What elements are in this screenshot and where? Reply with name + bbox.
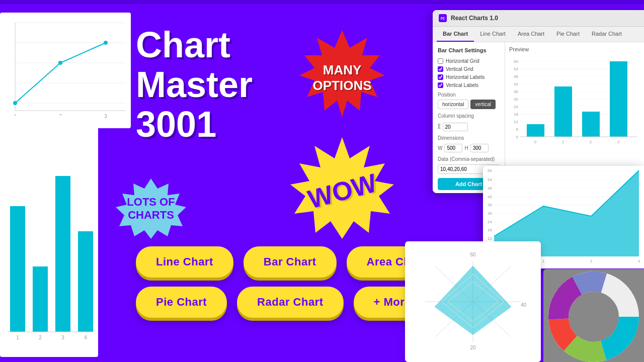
tab-line-chart[interactable]: Line Chart xyxy=(474,27,512,42)
svg-point-8 xyxy=(58,61,62,65)
svg-point-9 xyxy=(104,41,108,45)
svg-text:0: 0 xyxy=(534,140,537,144)
horizontal-labels-checkbox[interactable] xyxy=(438,74,443,80)
svg-text:12: 12 xyxy=(514,120,518,124)
bar-chart-preview-bg: 1 2 3 4 xyxy=(0,116,98,357)
svg-text:3: 3 xyxy=(104,114,107,119)
position-label: Position xyxy=(438,92,500,98)
svg-text:42: 42 xyxy=(488,195,492,199)
svg-point-99 xyxy=(571,294,616,339)
svg-text:20: 20 xyxy=(470,345,476,350)
svg-rect-47 xyxy=(527,124,544,137)
svg-text:4: 4 xyxy=(84,335,87,340)
vertical-labels-label: Vertical Labels xyxy=(446,82,478,88)
many-options-text: MANY OPTIONS xyxy=(292,62,392,94)
svg-text:3: 3 xyxy=(638,259,640,263)
many-options-badge: MANY OPTIONS xyxy=(292,28,392,128)
svg-text:60: 60 xyxy=(470,252,476,257)
lots-of-charts-text: LOTS OFCHARTS xyxy=(127,196,175,222)
svg-text:30: 30 xyxy=(488,211,492,216)
svg-text:2: 2 xyxy=(39,335,42,340)
svg-text:60: 60 xyxy=(488,168,492,173)
svg-text:54: 54 xyxy=(514,67,518,71)
horizontal-grid-checkbox[interactable] xyxy=(438,58,443,64)
svg-rect-49 xyxy=(582,112,600,137)
svg-text:24: 24 xyxy=(514,105,518,109)
tab-pie-chart[interactable]: Pie Chart xyxy=(550,27,586,42)
top-bar xyxy=(0,0,644,4)
svg-rect-15 xyxy=(55,176,70,332)
svg-rect-14 xyxy=(33,266,48,332)
svg-text:2: 2 xyxy=(590,140,592,144)
svg-text:0: 0 xyxy=(516,135,519,139)
data-label: Data (Comma-separated) xyxy=(438,156,500,162)
svg-text:1: 1 xyxy=(16,335,19,340)
checkbox-horizontal-labels: Horizontal Labels xyxy=(438,74,500,80)
svg-text:18: 18 xyxy=(488,228,492,232)
vertical-grid-checkbox[interactable] xyxy=(438,66,443,72)
svg-text:60: 60 xyxy=(514,59,518,64)
radar-chart-window: 60 40 20 xyxy=(405,241,541,362)
donut-chart-window xyxy=(543,269,644,362)
svg-text:18: 18 xyxy=(514,112,518,117)
vertical-grid-label: Vertical Grid xyxy=(446,66,473,72)
tab-bar-chart[interactable]: Bar Chart xyxy=(437,27,474,42)
svg-rect-50 xyxy=(610,61,627,137)
horizontal-pos-btn[interactable]: horizontal xyxy=(438,100,468,109)
checkbox-vertical-grid: Vertical Grid xyxy=(438,66,500,72)
horizontal-labels-label: Horizontal Labels xyxy=(446,74,485,80)
checkbox-horizontal-grid: Horizontal Grid xyxy=(438,58,500,64)
bar-chart-button[interactable]: Bar Chart xyxy=(244,246,337,278)
dimensions-control: W H xyxy=(438,144,500,152)
svg-text:48: 48 xyxy=(514,74,518,79)
radar-chart-button[interactable]: Radar Chart xyxy=(237,287,343,318)
line-chart-preview-bg: 1 2 3 xyxy=(0,13,131,128)
col-spacing-decrement: ][ xyxy=(438,123,441,129)
column-spacing-input[interactable] xyxy=(443,123,468,131)
svg-text:2: 2 xyxy=(590,259,593,263)
svg-text:36: 36 xyxy=(488,203,492,207)
vertical-labels-checkbox[interactable] xyxy=(438,82,443,88)
svg-text:12: 12 xyxy=(488,236,492,241)
svg-text:6: 6 xyxy=(516,127,519,132)
lots-of-charts-badge: LOTS OFCHARTS xyxy=(103,176,199,241)
svg-text:3: 3 xyxy=(61,335,64,340)
preview-bar-chart: 60 54 48 42 36 30 24 18 12 6 0 xyxy=(509,55,640,151)
settings-title: Bar Chart Settings xyxy=(438,47,500,53)
svg-text:3: 3 xyxy=(617,140,620,144)
svg-marker-90 xyxy=(435,266,511,334)
width-label: W xyxy=(438,145,442,151)
app-tabs: Bar Chart Line Chart Area Chart Pie Char… xyxy=(433,27,644,42)
svg-text:24: 24 xyxy=(488,220,492,224)
line-chart-button[interactable]: Line Chart xyxy=(136,246,233,278)
main-title: Chart Master 3001 xyxy=(136,25,253,145)
svg-text:42: 42 xyxy=(514,82,518,86)
svg-text:30: 30 xyxy=(514,97,518,102)
svg-text:36: 36 xyxy=(514,89,518,94)
tab-radar-chart[interactable]: Radar Chart xyxy=(586,27,628,42)
col-spacing-label: Column spacing xyxy=(438,113,500,119)
width-input[interactable] xyxy=(444,144,462,152)
svg-rect-48 xyxy=(554,86,572,137)
preview-label: Preview xyxy=(509,46,640,52)
height-label: H xyxy=(464,145,468,151)
height-input[interactable] xyxy=(470,144,489,152)
app-titlebar: rc React Charts 1.0 xyxy=(433,10,644,27)
wow-badge: WOW xyxy=(284,133,400,249)
svg-text:54: 54 xyxy=(488,177,492,182)
tab-area-chart[interactable]: Area Chart xyxy=(512,27,550,42)
svg-rect-13 xyxy=(10,206,25,332)
horizontal-grid-label: Horizontal Grid xyxy=(446,58,479,64)
svg-text:1: 1 xyxy=(542,259,545,263)
svg-rect-16 xyxy=(78,231,93,332)
vertical-pos-btn[interactable]: vertical xyxy=(470,100,496,109)
chart-buttons-row1: Line Chart Bar Chart Area Chart xyxy=(136,246,446,278)
app-title: React Charts 1.0 xyxy=(451,15,498,22)
column-spacing-control: ][ xyxy=(438,121,500,131)
dimensions-label: Dimensions xyxy=(438,135,500,141)
app-icon: rc xyxy=(439,14,447,22)
svg-point-7 xyxy=(13,101,17,105)
pie-chart-button[interactable]: Pie Chart xyxy=(136,287,227,318)
svg-text:1: 1 xyxy=(562,140,565,144)
checkbox-vertical-labels: Vertical Labels xyxy=(438,82,500,88)
